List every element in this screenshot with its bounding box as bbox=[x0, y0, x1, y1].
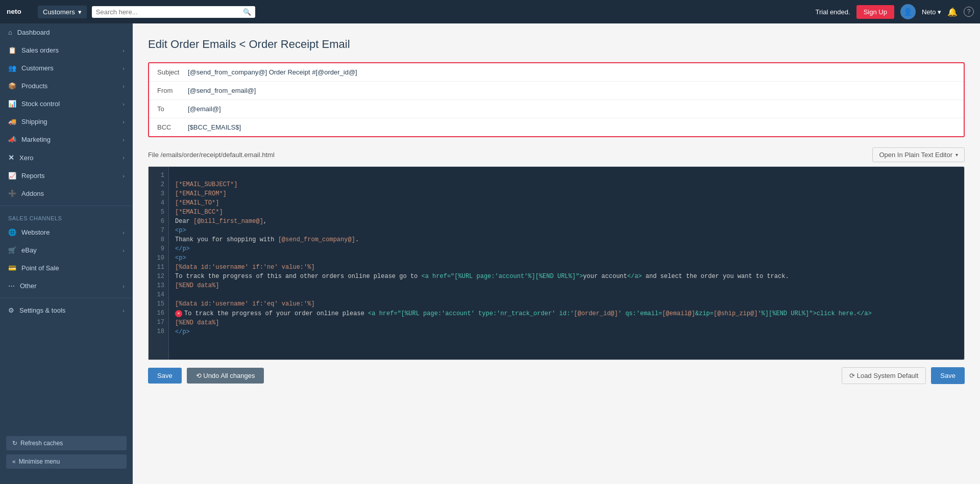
shipping-icon: 🚚 bbox=[8, 118, 16, 125]
file-path: File /emails/order/receipt/default.email… bbox=[148, 151, 275, 159]
notification-icon[interactable]: 🔔 bbox=[947, 7, 958, 17]
search-icon[interactable]: 🔍 bbox=[243, 8, 251, 16]
signup-button[interactable]: Sign Up bbox=[856, 5, 894, 19]
code-editor[interactable]: 12345 678910 1112131415 161718 [*EMAIL_S… bbox=[148, 166, 965, 360]
sidebar-item-other[interactable]: ⋯ Other › bbox=[0, 277, 133, 295]
open-editor-button[interactable]: Open In Plain Text Editor ▾ bbox=[872, 147, 965, 162]
sidebar-label-ebay: eBay bbox=[21, 246, 37, 254]
from-value: [@send_from_email@] bbox=[188, 87, 256, 94]
sidebar-label-sales-orders: Sales orders bbox=[21, 46, 59, 54]
sidebar-item-webstore[interactable]: 🌐 Webstore › bbox=[0, 223, 133, 241]
chevron-icon: › bbox=[122, 230, 125, 236]
to-value: [@email@] bbox=[188, 105, 221, 113]
ebay-icon: 🛒 bbox=[8, 246, 16, 254]
sidebar-item-marketing[interactable]: 📣 Marketing › bbox=[0, 131, 133, 148]
sidebar-label-xero: Xero bbox=[19, 154, 33, 162]
sidebar-label-customers: Customers bbox=[21, 64, 54, 72]
products-icon: 📦 bbox=[8, 82, 16, 90]
reports-icon: 📈 bbox=[8, 172, 16, 180]
refresh-icon: ↻ bbox=[12, 440, 17, 447]
customers-icon: 👥 bbox=[8, 64, 16, 72]
chevron-icon: › bbox=[122, 83, 125, 89]
chevron-icon: › bbox=[122, 155, 125, 161]
sidebar-item-stock-control[interactable]: 📊 Stock control › bbox=[0, 95, 133, 113]
sidebar-item-products[interactable]: 📦 Products › bbox=[0, 77, 133, 95]
stock-control-icon: 📊 bbox=[8, 100, 16, 108]
sales-channels-label: Sales channels bbox=[0, 209, 133, 223]
load-system-default-button[interactable]: ⟳ Load System Default bbox=[842, 367, 926, 384]
email-fields-box: Subject [@send_from_company@] Order Rece… bbox=[148, 62, 965, 137]
code-lines: [*EMAIL_SUBJECT*] [*EMAIL_FROM*] [*EMAIL… bbox=[169, 167, 964, 360]
to-row: To [@email@] bbox=[149, 100, 964, 118]
minimise-menu-button[interactable]: « Minimise menu bbox=[6, 454, 127, 469]
sidebar-item-sales-orders[interactable]: 📋 Sales orders › bbox=[0, 41, 133, 59]
context-dropdown[interactable]: Customers ▾ bbox=[38, 6, 87, 18]
open-editor-chevron-icon: ▾ bbox=[955, 152, 958, 158]
bottom-bar: Save ⟲ Undo All changes ⟳ Load System De… bbox=[148, 360, 965, 391]
sidebar-label-dashboard: Dashboard bbox=[17, 29, 50, 36]
bottom-right-actions: ⟳ Load System Default Save bbox=[842, 367, 965, 384]
sidebar-item-settings-tools[interactable]: ⚙ Settings & tools › bbox=[0, 301, 133, 319]
chevron-icon: › bbox=[122, 308, 125, 314]
pos-icon: 💳 bbox=[8, 264, 16, 272]
chevron-icon: › bbox=[122, 101, 125, 107]
avatar[interactable]: 👤 bbox=[900, 4, 916, 19]
bcc-label: BCC bbox=[157, 123, 188, 131]
sidebar-bottom: ↻ Refresh caches « Minimise menu bbox=[0, 431, 133, 474]
logo[interactable]: neto bbox=[6, 5, 28, 19]
addons-icon: ➕ bbox=[8, 190, 16, 197]
subject-row: Subject [@send_from_company@] Order Rece… bbox=[149, 63, 964, 82]
svg-text:neto: neto bbox=[7, 8, 21, 15]
sidebar-label-pos: Point of Sale bbox=[21, 264, 59, 272]
trial-text: Trial ended. bbox=[815, 8, 850, 16]
main-content: Edit Order Emails < Order Receipt Email … bbox=[133, 23, 980, 484]
dashboard-icon: ⌂ bbox=[8, 29, 12, 36]
bottom-left-actions: Save ⟲ Undo All changes bbox=[148, 368, 264, 384]
dropdown-chevron-icon: ▾ bbox=[78, 8, 82, 16]
to-label: To bbox=[157, 105, 188, 113]
webstore-icon: 🌐 bbox=[8, 228, 16, 236]
sidebar-label-reports: Reports bbox=[21, 172, 45, 180]
sidebar-item-customers[interactable]: 👥 Customers › bbox=[0, 59, 133, 77]
marketing-icon: 📣 bbox=[8, 136, 16, 143]
navbar: neto Customers ▾ 🔍 Trial ended. Sign Up … bbox=[0, 0, 980, 23]
sidebar-label-webstore: Webstore bbox=[21, 228, 50, 236]
chevron-icon: › bbox=[122, 119, 125, 125]
sidebar-label-stock-control: Stock control bbox=[21, 100, 60, 108]
sidebar-label-settings: Settings & tools bbox=[19, 307, 65, 314]
subject-label: Subject bbox=[157, 68, 188, 76]
search-bar: 🔍 bbox=[92, 6, 255, 18]
chevron-icon: › bbox=[122, 47, 125, 54]
from-row: From [@send_from_email@] bbox=[149, 82, 964, 100]
subject-value: [@send_from_company@] Order Receipt #[@o… bbox=[188, 68, 357, 76]
chevron-icon: › bbox=[122, 247, 125, 253]
sidebar-item-reports[interactable]: 📈 Reports › bbox=[0, 167, 133, 185]
save-button[interactable]: Save bbox=[148, 368, 182, 384]
sales-orders-icon: 📋 bbox=[8, 46, 16, 54]
sidebar-item-xero[interactable]: ✕ Xero › bbox=[0, 148, 133, 167]
user-menu[interactable]: Neto ▾ bbox=[922, 8, 941, 16]
sidebar-item-point-of-sale[interactable]: 💳 Point of Sale bbox=[0, 259, 133, 277]
undo-button[interactable]: ⟲ Undo All changes bbox=[187, 368, 264, 384]
refresh-caches-button[interactable]: ↻ Refresh caches bbox=[6, 436, 127, 450]
help-icon[interactable]: ? bbox=[964, 7, 974, 17]
bcc-value: [$BCC_EMAILS$] bbox=[188, 123, 241, 131]
sidebar-label-addons: Addons bbox=[21, 190, 44, 197]
chevron-icon: › bbox=[122, 283, 125, 289]
sidebar-item-addons[interactable]: ➕ Addons bbox=[0, 185, 133, 202]
line-numbers: 12345 678910 1112131415 161718 bbox=[149, 167, 169, 360]
from-label: From bbox=[157, 87, 188, 94]
save-blue-button[interactable]: Save bbox=[931, 367, 965, 384]
bcc-row: BCC [$BCC_EMAILS$] bbox=[149, 118, 964, 136]
sidebar-item-dashboard[interactable]: ⌂ Dashboard bbox=[0, 23, 133, 41]
page-title: Edit Order Emails < Order Receipt Email bbox=[148, 38, 965, 51]
file-editor-header: File /emails/order/receipt/default.email… bbox=[148, 147, 965, 162]
xero-icon: ✕ bbox=[8, 154, 14, 162]
minimise-icon: « bbox=[12, 458, 16, 465]
sidebar-item-shipping[interactable]: 🚚 Shipping › bbox=[0, 113, 133, 131]
sidebar-item-ebay[interactable]: 🛒 eBay › bbox=[0, 241, 133, 259]
search-input[interactable] bbox=[96, 8, 240, 16]
settings-icon: ⚙ bbox=[8, 307, 14, 314]
sidebar-label-marketing: Marketing bbox=[21, 136, 51, 143]
chevron-icon: › bbox=[122, 173, 125, 179]
